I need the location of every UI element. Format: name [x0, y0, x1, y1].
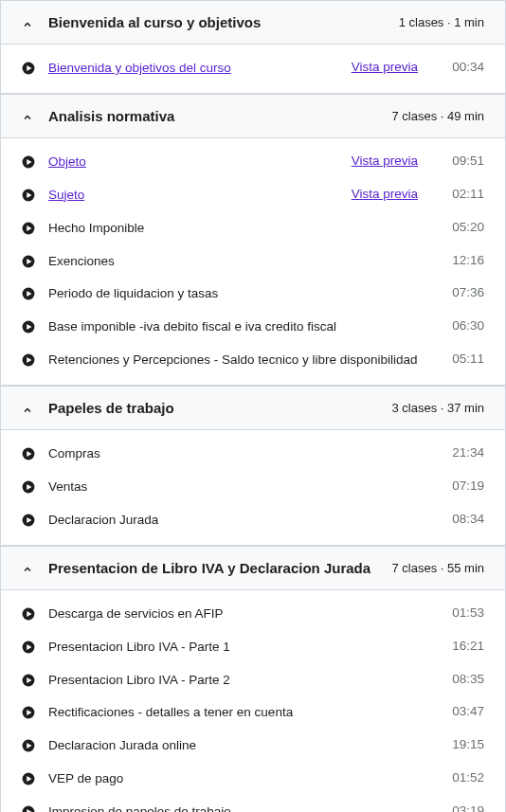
section-title: Presentacion de Libro IVA y Declaracion … — [48, 560, 391, 576]
play-circle-icon — [22, 805, 35, 812]
lesson-duration: 19:15 — [446, 737, 484, 751]
chevron-up-icon — [22, 110, 33, 121]
lesson-list: Bienvenida y objetivos del cursoVista pr… — [1, 45, 505, 94]
lesson-title[interactable]: Objeto — [48, 153, 333, 171]
lesson-row: Descarga de servicios en AFIP01:53 — [1, 590, 505, 631]
lesson-row: Rectificaciones - detalles a tener en cu… — [1, 696, 505, 730]
lesson-row: VEP de pago01:52 — [1, 763, 505, 796]
section-title: Analisis normativa — [48, 108, 391, 124]
lesson-title: Descarga de servicios en AFIP — [48, 605, 446, 623]
lesson-title: Hecho Imponible — [48, 220, 446, 238]
chevron-up-icon — [22, 403, 33, 414]
lesson-title: Base imponible -iva debito fiscal e iva … — [48, 318, 446, 336]
lesson-duration: 02:11 — [446, 187, 484, 201]
play-circle-icon — [22, 155, 35, 169]
lesson-title: Ventas — [48, 478, 446, 496]
lesson-row: Hecho Imponible05:20 — [1, 212, 505, 245]
lesson-duration: 16:21 — [446, 639, 484, 653]
lesson-row: Compras21:34 — [1, 430, 505, 471]
play-circle-icon — [22, 189, 35, 202]
lesson-title: Rectificaciones - detalles a tener en cu… — [48, 704, 446, 722]
lesson-list: Compras21:34Ventas07:19Declaracion Jurad… — [1, 430, 505, 546]
section-title: Bienvenida al curso y objetivos — [48, 14, 399, 30]
lesson-row: Retenciones y Percepciones - Saldo tecni… — [1, 344, 505, 385]
lesson-duration: 21:34 — [446, 445, 484, 460]
lesson-duration: 05:20 — [446, 220, 484, 234]
play-circle-icon — [22, 607, 35, 621]
lesson-row: Declaracion Jurada online19:15 — [1, 730, 505, 763]
preview-link[interactable]: Vista previa — [352, 60, 418, 74]
play-circle-icon — [22, 480, 35, 494]
section-meta: 1 clases · 1 min — [399, 15, 484, 29]
lesson-title: VEP de pago — [48, 770, 446, 788]
lesson-duration: 09:51 — [446, 153, 484, 168]
play-circle-icon — [22, 447, 35, 460]
lesson-title: Exenciones — [48, 253, 446, 271]
play-circle-icon — [22, 514, 35, 527]
play-circle-icon — [22, 674, 35, 687]
section-meta: 3 clases · 37 min — [391, 401, 484, 415]
lesson-duration: 05:11 — [446, 352, 484, 366]
lesson-title: Periodo de liquidacion y tasas — [48, 285, 446, 303]
play-circle-icon — [22, 772, 35, 785]
preview-link[interactable]: Vista previa — [352, 153, 418, 168]
lesson-row: Periodo de liquidacion y tasas07:36 — [1, 278, 505, 311]
lesson-duration: 03:47 — [446, 704, 484, 718]
lesson-duration: 07:19 — [446, 478, 484, 493]
lesson-title: Compras — [48, 445, 446, 463]
lesson-row: Impresion de papeles de trabajo03:19 — [1, 796, 505, 812]
section-meta: 7 clases · 49 min — [391, 109, 484, 123]
section-header[interactable]: Bienvenida al curso y objetivos1 clases … — [1, 1, 505, 45]
lesson-row: Presentacion Libro IVA - Parte 208:35 — [1, 664, 505, 697]
section-header[interactable]: Presentacion de Libro IVA y Declaracion … — [1, 546, 505, 590]
lesson-title: Declaracion Jurada online — [48, 737, 446, 755]
lesson-list: ObjetoVista previa09:51SujetoVista previ… — [1, 138, 505, 386]
chevron-up-icon — [22, 562, 33, 573]
play-circle-icon — [22, 287, 35, 300]
lesson-title[interactable]: Sujeto — [48, 187, 333, 205]
section-header[interactable]: Analisis normativa7 clases · 49 min — [1, 94, 505, 138]
lesson-title: Impresion de papeles de trabajo — [48, 803, 446, 812]
lesson-duration: 07:36 — [446, 285, 484, 299]
lesson-row: Exenciones12:16 — [1, 245, 505, 279]
lesson-duration: 06:30 — [446, 318, 484, 333]
play-circle-icon — [22, 255, 35, 268]
lesson-row: ObjetoVista previa09:51 — [1, 138, 505, 179]
lesson-duration: 01:53 — [446, 605, 484, 620]
play-circle-icon — [22, 222, 35, 235]
lesson-title: Declaracion Jurada — [48, 512, 446, 530]
lesson-duration: 08:34 — [446, 512, 484, 526]
lesson-duration: 00:34 — [446, 60, 484, 74]
lesson-row: Bienvenida y objetivos del cursoVista pr… — [1, 45, 505, 93]
lesson-duration: 01:52 — [446, 770, 484, 785]
lesson-row: SujetoVista previa02:11 — [1, 179, 505, 212]
play-circle-icon — [22, 706, 35, 719]
play-circle-icon — [22, 739, 35, 752]
section-meta: 7 clases · 55 min — [391, 561, 484, 575]
lesson-title: Presentacion Libro IVA - Parte 2 — [48, 672, 446, 690]
play-circle-icon — [22, 320, 35, 334]
lesson-row: Presentacion Libro IVA - Parte 116:21 — [1, 631, 505, 664]
lesson-duration: 12:16 — [446, 253, 484, 267]
preview-link[interactable]: Vista previa — [352, 187, 418, 201]
section-header[interactable]: Papeles de trabajo3 clases · 37 min — [1, 386, 505, 430]
lesson-duration: 03:19 — [446, 803, 484, 812]
play-circle-icon — [22, 62, 35, 75]
lesson-row: Ventas07:19 — [1, 471, 505, 504]
lesson-list: Descarga de servicios en AFIP01:53Presen… — [1, 590, 505, 812]
section-title: Papeles de trabajo — [48, 400, 391, 416]
play-circle-icon — [22, 641, 35, 654]
lesson-row: Base imponible -iva debito fiscal e iva … — [1, 311, 505, 344]
lesson-row: Declaracion Jurada08:34 — [1, 504, 505, 545]
chevron-up-icon — [22, 17, 33, 28]
lesson-title: Presentacion Libro IVA - Parte 1 — [48, 639, 446, 657]
play-circle-icon — [22, 353, 35, 367]
lesson-duration: 08:35 — [446, 672, 484, 686]
lesson-title: Retenciones y Percepciones - Saldo tecni… — [48, 352, 446, 370]
lesson-title[interactable]: Bienvenida y objetivos del curso — [48, 60, 333, 78]
